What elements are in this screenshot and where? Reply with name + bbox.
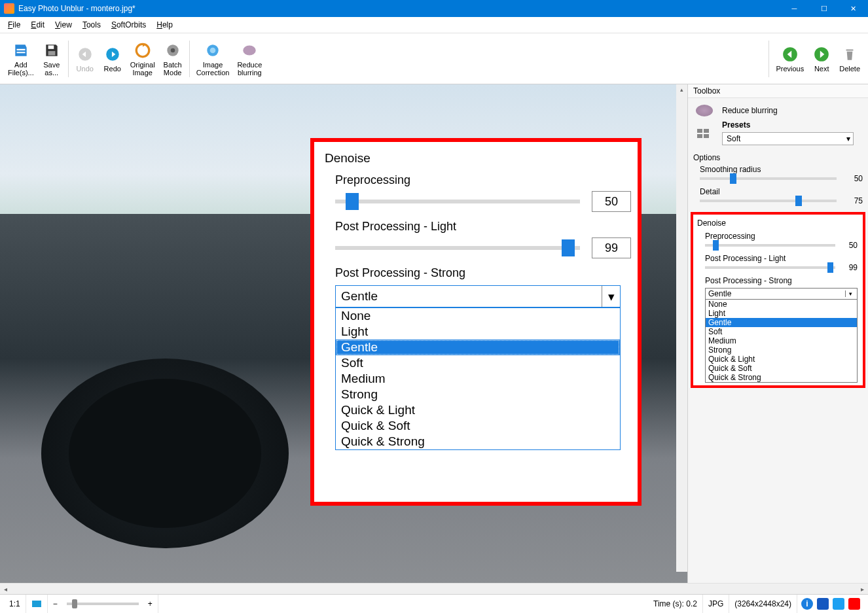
denoise-group: Denoise Preprocessing 50 Post Processing… <box>691 212 865 388</box>
horizontal-scrollbar[interactable]: ◂ ▸ <box>0 583 868 594</box>
undo-button[interactable]: Undo <box>71 36 99 82</box>
reduce-blurring-button[interactable]: Reduce blurring <box>233 36 266 82</box>
list-option[interactable]: Soft <box>706 327 857 336</box>
menu-file[interactable]: File <box>3 18 26 31</box>
close-button[interactable]: ✕ <box>839 0 868 17</box>
save-icon <box>43 41 61 60</box>
slider-thumb[interactable] <box>795 196 802 206</box>
vertical-scrollbar[interactable]: ▴ <box>676 84 687 572</box>
zoom-in-button[interactable]: + <box>143 595 158 613</box>
post-strong-label: Post Processing - Strong <box>335 266 631 280</box>
list-option[interactable]: Soft <box>336 355 620 371</box>
add-files-button[interactable]: Add File(s)... <box>4 36 38 82</box>
delete-button[interactable]: Delete <box>835 36 864 82</box>
zoom-slider[interactable] <box>67 603 139 605</box>
list-option[interactable]: Quick & Light <box>706 355 857 364</box>
youtube-icon[interactable] <box>848 598 860 610</box>
toolbar-separator <box>189 41 190 77</box>
post-light-value[interactable]: 99 <box>592 237 631 258</box>
minimize-button[interactable]: ─ <box>780 0 809 17</box>
list-option[interactable]: Quick & Soft <box>706 364 857 373</box>
post-strong-listbox[interactable]: NoneLightGentleSoftMediumStrongQuick & L… <box>705 300 858 383</box>
list-option[interactable]: Quick & Strong <box>336 434 620 449</box>
chevron-down-icon[interactable]: ▾ <box>845 290 856 297</box>
previous-button[interactable]: Previous <box>772 36 808 82</box>
svg-point-7 <box>210 47 216 53</box>
toolbar-separator <box>68 41 69 77</box>
list-option[interactable]: None <box>706 300 857 309</box>
presets-label: Presets <box>722 119 860 131</box>
titlebar: Easy Photo Unblur - montero.jpg* ─ ☐ ✕ <box>0 0 868 17</box>
presets-dropdown[interactable]: Soft▾ <box>722 132 854 145</box>
menu-view[interactable]: View <box>50 18 77 31</box>
denoise-panel-zoom: Denoise Preprocessing 50 Post Processing… <box>310 138 642 506</box>
slider-thumb[interactable] <box>730 173 736 184</box>
list-option[interactable]: Light <box>706 309 857 318</box>
list-option[interactable]: Gentle <box>706 318 857 327</box>
preprocessing-value: 50 <box>841 241 858 250</box>
image-correction-button[interactable]: Image Correction <box>192 36 234 82</box>
zoom-ratio[interactable]: 1:1 <box>4 595 26 613</box>
facebook-icon[interactable] <box>817 598 829 610</box>
toolbar: Add File(s)... Save as... Undo Redo Orig… <box>0 33 868 84</box>
menu-help[interactable]: Help <box>151 18 178 31</box>
scroll-right-icon[interactable]: ▸ <box>857 586 868 593</box>
svg-rect-15 <box>32 601 41 607</box>
previous-label: Previous <box>776 65 804 73</box>
post-strong-combo[interactable]: Gentle ▾ <box>335 285 621 307</box>
list-option[interactable]: Strong <box>336 387 620 402</box>
scroll-left-icon[interactable]: ◂ <box>0 586 11 593</box>
list-option[interactable]: Gentle <box>336 340 620 355</box>
zoom-out-button[interactable]: − <box>48 595 63 613</box>
list-option[interactable]: Strong <box>706 345 857 355</box>
info-icon[interactable]: i <box>801 598 813 610</box>
slider-thumb[interactable] <box>346 193 359 210</box>
image-canvas[interactable]: Denoise Preprocessing 50 Post Processing… <box>0 84 687 583</box>
preprocessing-value[interactable]: 50 <box>592 191 631 212</box>
list-option[interactable]: Medium <box>706 336 857 345</box>
add-files-label: Add File(s)... <box>8 61 34 77</box>
redo-button[interactable]: Redo <box>99 36 126 82</box>
slider-thumb[interactable] <box>827 262 833 273</box>
status-bar: 1:1 − + Time (s): 0.2 JPG (3264x2448x24)… <box>0 594 868 613</box>
list-option[interactable]: Quick & Light <box>336 402 620 418</box>
original-image-button[interactable]: Original Image <box>126 36 159 82</box>
fit-to-screen-button[interactable] <box>26 595 48 613</box>
list-option[interactable]: Quick & Strong <box>706 373 857 382</box>
slider-thumb[interactable] <box>562 239 575 256</box>
preprocessing-slider[interactable] <box>335 200 580 203</box>
svg-rect-12 <box>704 129 709 133</box>
post-strong-combo[interactable]: Gentle ▾ <box>705 288 858 300</box>
delete-label: Delete <box>839 65 860 73</box>
denoise-group-label: Denoise <box>325 151 631 166</box>
save-as-button[interactable]: Save as... <box>38 36 65 82</box>
maximize-button[interactable]: ☐ <box>809 0 839 17</box>
chevron-down-icon[interactable]: ▾ <box>602 286 620 307</box>
smoothing-radius-label: Smoothing radius <box>688 164 868 174</box>
smoothing-radius-slider[interactable] <box>700 177 837 180</box>
post-light-slider[interactable] <box>705 266 835 269</box>
detail-label: Detail <box>688 186 868 196</box>
post-light-slider[interactable] <box>335 246 580 250</box>
previous-icon <box>781 45 799 63</box>
list-option[interactable]: Quick & Soft <box>336 418 620 434</box>
next-icon <box>812 45 831 63</box>
slider-thumb[interactable] <box>72 599 77 608</box>
next-label: Next <box>814 65 829 73</box>
twitter-icon[interactable] <box>833 598 844 610</box>
preprocessing-slider[interactable] <box>705 244 835 247</box>
list-option[interactable]: None <box>336 308 620 324</box>
svg-point-5 <box>170 48 175 52</box>
slider-thumb[interactable] <box>713 240 719 251</box>
menu-edit[interactable]: Edit <box>26 18 50 31</box>
list-option[interactable]: Light <box>336 324 620 340</box>
toolbar-separator <box>769 41 769 77</box>
next-button[interactable]: Next <box>808 36 835 82</box>
menu-tools[interactable]: Tools <box>77 18 106 31</box>
post-strong-listbox[interactable]: NoneLightGentleSoftMediumStrongQuick & L… <box>335 307 621 450</box>
list-option[interactable]: Medium <box>336 371 620 387</box>
detail-slider[interactable] <box>700 200 837 202</box>
batch-mode-button[interactable]: Batch Mode <box>159 36 187 82</box>
menu-softorbits[interactable]: SoftOrbits <box>106 18 151 31</box>
svg-point-8 <box>244 45 257 55</box>
